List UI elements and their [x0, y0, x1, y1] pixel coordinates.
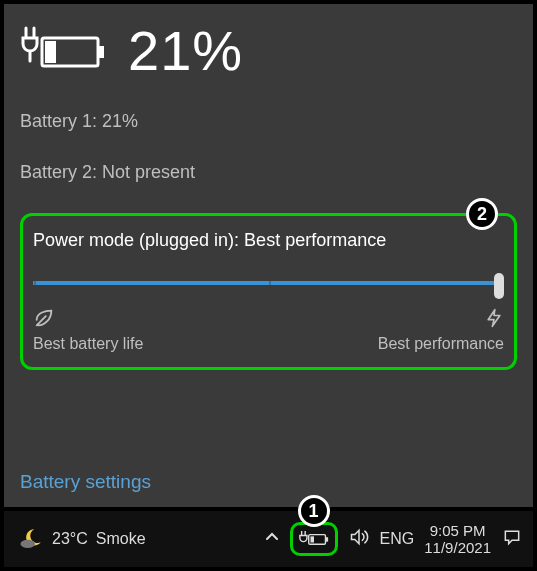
- clock-date: 11/9/2021: [424, 539, 491, 556]
- tray-overflow-chevron-icon[interactable]: [264, 529, 280, 549]
- weather-condition: Smoke: [96, 530, 146, 548]
- clock-time: 9:05 PM: [424, 522, 491, 539]
- svg-rect-2: [45, 41, 56, 63]
- battery1-status: Battery 1: 21%: [20, 111, 517, 132]
- battery-flyout: 21% Battery 1: 21% Battery 2: Not presen…: [4, 4, 533, 507]
- power-mode-label: Power mode (plugged in): Best performanc…: [33, 230, 504, 251]
- power-mode-panel: 2 Power mode (plugged in): Best performa…: [20, 213, 517, 370]
- battery-percent: 21%: [128, 18, 243, 83]
- slider-thumb[interactable]: [494, 273, 504, 299]
- slider-left-label: Best battery life: [33, 335, 143, 353]
- leaf-icon: [33, 307, 143, 333]
- battery-charging-icon: [20, 26, 106, 76]
- weather-widget[interactable]: 23°C Smoke: [18, 526, 146, 552]
- svg-rect-1: [98, 46, 104, 58]
- svg-rect-5: [325, 537, 328, 541]
- language-indicator[interactable]: ENG: [380, 530, 415, 548]
- svg-rect-6: [310, 536, 314, 542]
- battery-icon: [299, 529, 329, 549]
- annotation-badge-1: 1: [298, 495, 330, 527]
- slider-right-label: Best performance: [378, 335, 504, 353]
- action-center-icon[interactable]: [501, 527, 523, 551]
- battery2-status: Battery 2: Not present: [20, 162, 517, 183]
- tray-battery-button[interactable]: 1: [290, 522, 338, 556]
- svg-point-3: [20, 540, 35, 548]
- annotation-badge-2: 2: [466, 198, 498, 230]
- system-tray: 1 ENG 9:05 PM 11/9/2021: [264, 522, 523, 557]
- power-mode-slider[interactable]: [33, 273, 504, 303]
- weather-icon: [18, 526, 44, 552]
- battery-header: 21%: [20, 18, 517, 83]
- volume-icon[interactable]: [348, 527, 370, 551]
- weather-temp: 23°C: [52, 530, 88, 548]
- slider-endpoints: Best battery life Best performance: [33, 307, 504, 353]
- taskbar: 23°C Smoke 1 ENG 9:05 PM 11/9/2021: [4, 511, 533, 567]
- lightning-icon: [484, 307, 504, 333]
- battery-settings-link[interactable]: Battery settings: [20, 471, 151, 493]
- clock[interactable]: 9:05 PM 11/9/2021: [424, 522, 491, 557]
